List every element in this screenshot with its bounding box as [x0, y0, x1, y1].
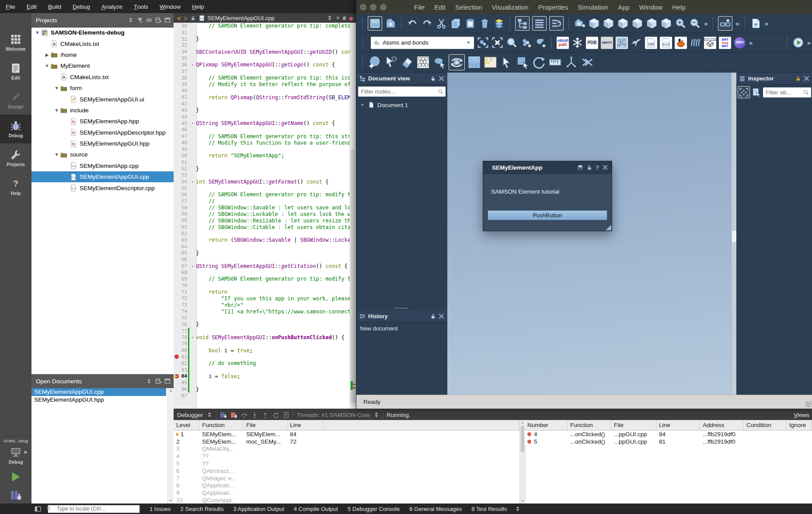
- breakpoint-margin[interactable]: [174, 133, 180, 139]
- scrollbar-thumb[interactable]: [521, 426, 524, 452]
- samson-menu-visualization[interactable]: Visualization: [487, 3, 533, 11]
- breakpoint-row-4[interactable]: 4...onClicked()...ppGUI.cpp84...ffb2919d…: [525, 431, 812, 438]
- code-line-36[interactable]: 36▾QPixmap SEMyElementAppGUI::getLogo() …: [174, 62, 350, 68]
- code-line-40[interactable]: 40: [174, 87, 350, 94]
- cut-icon[interactable]: [436, 17, 447, 29]
- stack-row-7[interactable]: 7QWidget::e...: [174, 475, 519, 482]
- overflow-chevron-icon[interactable]: »: [765, 20, 768, 27]
- close-panel-icon[interactable]: [438, 75, 445, 82]
- views-button[interactable]: Views: [794, 412, 812, 418]
- code-line-47[interactable]: 47 // SAMSON Element generator pro tip: …: [174, 133, 350, 139]
- view-cube-3-icon[interactable]: [617, 17, 629, 29]
- add-layer-icon[interactable]: [493, 17, 505, 29]
- code-line-78[interactable]: 78▾void SEMyElementAppGUI::onPushButtonC…: [174, 334, 350, 341]
- tree-item-form[interactable]: ▼form: [31, 83, 174, 94]
- menu-debug[interactable]: Debug: [67, 0, 96, 13]
- code-line-43[interactable]: 43}: [174, 107, 350, 114]
- arap-path-badge[interactable]: ARAPpath: [557, 37, 569, 49]
- art-rrt-badge[interactable]: ARTProtRRT: [719, 37, 731, 49]
- code-line-86[interactable]: 86}: [174, 386, 350, 392]
- push-button[interactable]: PushButton: [488, 210, 607, 220]
- split-panel-icon[interactable]: [155, 378, 162, 385]
- bp-header-line[interactable]: Line: [656, 420, 700, 430]
- view-cube-4-icon[interactable]: [631, 17, 643, 29]
- breakpoint-margin[interactable]: [174, 120, 180, 127]
- breakpoint-margin[interactable]: [174, 127, 180, 133]
- add-group-icon[interactable]: [520, 37, 532, 49]
- tree-item-semyelementapp.cpp[interactable]: C++SEMyElementApp.cpp: [31, 160, 174, 171]
- history-item[interactable]: New document: [356, 322, 447, 332]
- breakpoint-margin[interactable]: [174, 191, 180, 198]
- filter-attributes-input[interactable]: [765, 89, 803, 96]
- stack-row-10[interactable]: 10QCoreAppl...: [174, 497, 519, 504]
- back-icon[interactable]: <: [177, 14, 181, 22]
- close-dialog-icon[interactable]: [602, 164, 608, 170]
- play-simulation-icon[interactable]: [792, 37, 804, 49]
- breakpoint-margin[interactable]: [174, 250, 180, 257]
- code-line-58[interactable]: 58 // SBGWindow::Savable : let users sav…: [174, 205, 350, 211]
- code-line-74[interactable]: 74 "[1] <a href=\"https://www.samson-con…: [174, 308, 350, 315]
- code-line-54[interactable]: 54▾int SEMyElementAppGUI::getFormat() co…: [174, 178, 350, 185]
- bookmark-diamond-icon[interactable]: ◆: [349, 15, 353, 21]
- window-resize-grip[interactable]: [805, 401, 812, 407]
- deselect-icon[interactable]: [491, 37, 503, 49]
- code-line-77[interactable]: 77: [174, 328, 350, 334]
- code-line-33[interactable]: 33: [174, 42, 350, 49]
- tree-item-cmakelists.txt[interactable]: CMakeLists.txt: [31, 72, 174, 83]
- expand-arrow-icon[interactable]: ▼: [53, 108, 60, 113]
- menu-help[interactable]: Help: [186, 0, 210, 13]
- molecule-network-badge[interactable]: [616, 37, 628, 49]
- breakpoint-margin[interactable]: [174, 146, 180, 153]
- scrollbar-thumb[interactable]: [351, 149, 355, 403]
- breakpoint-margin[interactable]: [174, 295, 180, 302]
- view-cube-6-icon[interactable]: [660, 17, 672, 29]
- breakpoint-margin[interactable]: [174, 243, 180, 250]
- breakpoint-margin[interactable]: [174, 315, 180, 321]
- lock-panel-icon[interactable]: [430, 76, 436, 81]
- code-line-85[interactable]: 85: [174, 379, 350, 386]
- output-tab-issues[interactable]: 1 Issues: [150, 506, 171, 512]
- mode-help[interactable]: ?Help: [0, 172, 31, 201]
- expand-arrow-icon[interactable]: ▼: [53, 152, 60, 157]
- close-panel-icon[interactable]: [164, 17, 171, 24]
- rotate-icon[interactable]: [532, 56, 546, 69]
- breakpoint-margin[interactable]: [174, 256, 180, 263]
- pointer-icon[interactable]: [500, 56, 513, 69]
- breakpoint-margin[interactable]: [174, 224, 180, 230]
- breakpoint-margin[interactable]: [174, 178, 180, 185]
- toggle-sidebar-icon[interactable]: [34, 505, 42, 513]
- samson-menu-simulation[interactable]: Simulation: [573, 3, 613, 11]
- code-line-63[interactable]: 63 return (SBGWindow::Savable | SBGWindo…: [174, 237, 350, 243]
- code-line-84[interactable]: 84 i = false;: [174, 373, 350, 380]
- add-camera-icon[interactable]: [574, 17, 585, 29]
- filter-nodes-box[interactable]: [358, 87, 446, 97]
- code-line-80[interactable]: 80 bool i = true;: [174, 347, 350, 354]
- pdb-badge[interactable]: PDB: [586, 37, 598, 49]
- code-line-39[interactable]: 39 // Modify it to better reflect the pu…: [174, 81, 350, 88]
- code-line-49[interactable]: 49: [174, 146, 350, 153]
- twist-helix-icon[interactable]: [581, 56, 594, 69]
- select-atoms-icon[interactable]: [477, 37, 489, 49]
- breakpoint-margin[interactable]: [174, 360, 180, 367]
- viewport-3d[interactable]: [447, 73, 731, 395]
- code-line-35[interactable]: 35: [174, 55, 350, 62]
- mode-welcome[interactable]: Welcome: [0, 28, 31, 57]
- open-document-semyelementappgui.hpp[interactable]: SEMyElementAppGUI.hpp: [31, 396, 166, 404]
- breakpoint-margin[interactable]: [174, 101, 180, 107]
- sync-with-editor-icon[interactable]: [146, 17, 153, 24]
- output-tab-debugger-console[interactable]: 5 Debugger Console: [348, 506, 400, 512]
- locate-input[interactable]: [48, 505, 140, 513]
- lock-panel-icon[interactable]: [430, 313, 436, 319]
- copy-icon[interactable]: [450, 17, 462, 29]
- breakpoint-margin[interactable]: [174, 185, 180, 191]
- element-box-badge[interactable]: ELEMENT: [704, 37, 716, 49]
- code-line-50[interactable]: 50 return "SEMyElementApp";: [174, 153, 350, 159]
- breakpoint-margin[interactable]: [174, 159, 180, 166]
- history-toggle-icon[interactable]: [549, 16, 564, 31]
- overflow-chevron-icon[interactable]: »: [735, 20, 739, 27]
- code-line-82[interactable]: 82 // do something: [174, 360, 350, 367]
- close-panel-icon[interactable]: [803, 75, 810, 82]
- kit-selector-button[interactable]: ▶: [8, 446, 23, 458]
- texture-icon[interactable]: [467, 56, 481, 69]
- step-into-icon[interactable]: [251, 411, 258, 419]
